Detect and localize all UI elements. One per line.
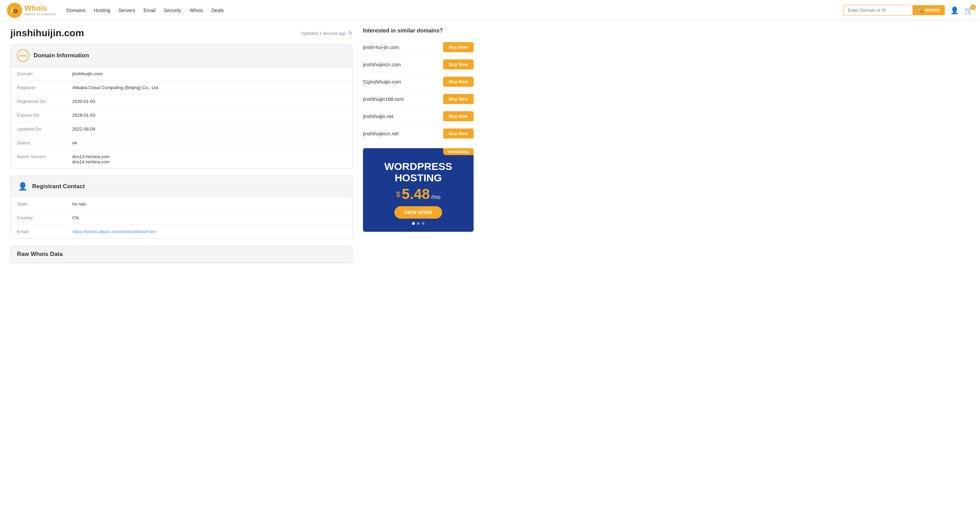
search-button-label: WHOIS [925, 8, 940, 13]
buy-now-button-4[interactable]: Buy Now [443, 111, 474, 121]
right-column: Interested in similar domains? jinshi-hu… [363, 28, 474, 270]
wordpress-hosting-ad: Introducing WORDPRESS HOSTING $ 5.48 /mo… [363, 148, 474, 232]
wp-ad-price-prefix: $ [396, 190, 400, 198]
wp-ad-view-more-button[interactable]: VIEW MORE [395, 206, 442, 219]
email-link[interactable]: https://whois.aliyun.com/whois/whoisForm [72, 229, 156, 234]
status-label: Status: [17, 140, 72, 145]
wp-ad-dots [370, 222, 467, 225]
updated-text-label: Updated 1 second ago [301, 31, 346, 36]
raw-whois-title: Raw Whois Data [17, 251, 62, 258]
logo[interactable]: / D Whois Identity for everyone [7, 3, 56, 18]
updated-on-label: Updated On: [17, 127, 72, 132]
nav-links: Domains Hosting Servers Email Security W… [66, 8, 843, 13]
domain-info-body: Domain: jinshihuijin.com Registrar: Alib… [11, 67, 352, 168]
svg-text:D: D [14, 8, 18, 14]
expires-on-row: Expires On: 2028-01-03 [11, 108, 352, 122]
domain-label: Domain: [17, 71, 72, 76]
page-title: jinshihuijin.com [10, 28, 84, 39]
domain-info-header: www Domain Information [11, 44, 352, 67]
domain-value: jinshihuijin.com [72, 71, 346, 76]
main-content: jinshihuijin.com Updated 1 second ago ↻ … [0, 21, 484, 277]
domain-info-card: www Domain Information Domain: jinshihui… [10, 44, 353, 169]
domain-suggestion-5: jinshihuijincn.net Buy Now [363, 125, 474, 142]
nav-link-security[interactable]: Security [164, 8, 181, 13]
domain-suggestion-1: jinshihuijincn.com Buy Now [363, 56, 474, 73]
updated-on-row: Updated On: 2022-08-09 [11, 122, 352, 136]
state-row: State: he nan [11, 197, 352, 211]
email-label: Email: [17, 229, 72, 234]
nav-link-email[interactable]: Email [143, 8, 156, 13]
similar-domains-title: Interested in similar domains? [363, 28, 474, 34]
wp-dot-1 [412, 222, 415, 225]
wp-ad-title: WORDPRESS HOSTING [370, 160, 467, 183]
nameservers-row: Name Servers: dns13.hichina.com dns14.hi… [11, 150, 352, 168]
nameservers-label: Name Servers: [17, 154, 72, 159]
buy-now-button-0[interactable]: Buy Now [443, 42, 474, 52]
buy-now-button-1[interactable]: Buy Now [443, 59, 474, 70]
buy-now-button-2[interactable]: Buy Now [443, 77, 474, 87]
status-value: ok [72, 140, 346, 145]
country-label: Country: [17, 215, 72, 220]
domain-suggestion-2: 51jinshihuijin.com Buy Now [363, 73, 474, 90]
search-input[interactable] [843, 5, 913, 16]
search-icon: 🔍 [918, 8, 923, 13]
refresh-icon[interactable]: ↻ [348, 30, 353, 36]
domain-suggestion-4: jinshihuijin.net Buy Now [363, 108, 474, 125]
domain-name-5: jinshihuijincn.net [363, 131, 399, 136]
domain-suggestion-3: jinshihuijin168.com Buy Now [363, 90, 474, 108]
expires-on-label: Expires On: [17, 113, 72, 118]
navbar: / D Whois Identity for everyone Domains … [0, 0, 980, 21]
wp-dot-3 [422, 222, 425, 225]
domain-name-3: jinshihuijin168.com [363, 96, 404, 102]
logo-whois-text: Whois [24, 4, 56, 13]
search-button[interactable]: 🔍 WHOIS [913, 5, 945, 15]
domain-name-2: 51jinshihuijin.com [363, 79, 401, 85]
person-icon: 👤 [17, 181, 28, 192]
state-label: State: [17, 201, 72, 206]
email-value: https://whois.aliyun.com/whois/whoisForm [72, 229, 346, 234]
raw-whois-header: Raw Whois Data [11, 246, 352, 263]
cart-badge: 0 [970, 5, 976, 10]
status-row: Status: ok [11, 136, 352, 150]
nav-link-deals[interactable]: Deals [212, 8, 224, 13]
country-row: Country: CN [11, 211, 352, 225]
updated-on-value: 2022-08-09 [72, 127, 346, 132]
svg-text:/: / [11, 6, 13, 14]
www-icon: www [17, 49, 29, 62]
registrant-contact-card: 👤 Registrant Contact State: he nan Count… [10, 176, 353, 239]
domain-name-0: jinshi-hui-jin.com [363, 44, 399, 50]
nav-link-whois[interactable]: Whois [190, 8, 203, 13]
domain-info-title: Domain Information [33, 52, 89, 59]
nav-link-servers[interactable]: Servers [119, 8, 135, 13]
left-column: jinshihuijin.com Updated 1 second ago ↻ … [10, 28, 353, 270]
domain-name-1: jinshihuijincn.com [363, 62, 401, 67]
buy-now-button-3[interactable]: Buy Now [443, 94, 474, 104]
introducing-badge: Introducing [443, 148, 474, 155]
logo-sub-text: Identity for everyone [24, 13, 56, 16]
registered-on-value: 2020-01-03 [72, 99, 346, 104]
state-value: he nan [72, 201, 346, 206]
similar-domains-list: jinshi-hui-jin.com Buy Now jinshihuijinc… [363, 39, 474, 142]
buy-now-button-5[interactable]: Buy Now [443, 128, 474, 138]
nameservers-value: dns13.hichina.com dns14.hichina.com [72, 154, 346, 164]
domain-row: Domain: jinshihuijin.com [11, 67, 352, 81]
registrant-contact-body: State: he nan Country: CN Email: https:/… [11, 197, 352, 238]
email-row: Email: https://whois.aliyun.com/whois/wh… [11, 225, 352, 238]
expires-on-value: 2028-01-03 [72, 113, 346, 118]
wp-ad-price-suffix: /mo [431, 194, 441, 200]
nav-icons: 👤 🛒 0 [950, 6, 973, 14]
nav-link-hosting[interactable]: Hosting [94, 8, 110, 13]
domain-suggestion-0: jinshi-hui-jin.com Buy Now [363, 39, 474, 56]
user-icon: 👤 [950, 6, 959, 14]
registered-on-label: Registered On: [17, 99, 72, 104]
user-icon-button[interactable]: 👤 [950, 6, 959, 14]
domain-name-4: jinshihuijin.net [363, 114, 393, 119]
page-title-row: jinshihuijin.com Updated 1 second ago ↻ [10, 28, 353, 39]
cart-icon-button[interactable]: 🛒 0 [964, 6, 973, 14]
registrant-contact-header: 👤 Registrant Contact [11, 176, 352, 197]
registrant-contact-title: Registrant Contact [32, 183, 85, 190]
nav-link-domains[interactable]: Domains [66, 8, 85, 13]
country-value: CN [72, 215, 346, 220]
updated-info: Updated 1 second ago ↻ [301, 30, 353, 36]
registrar-value: Alibaba Cloud Computing (Beijing) Co., L… [72, 85, 346, 90]
